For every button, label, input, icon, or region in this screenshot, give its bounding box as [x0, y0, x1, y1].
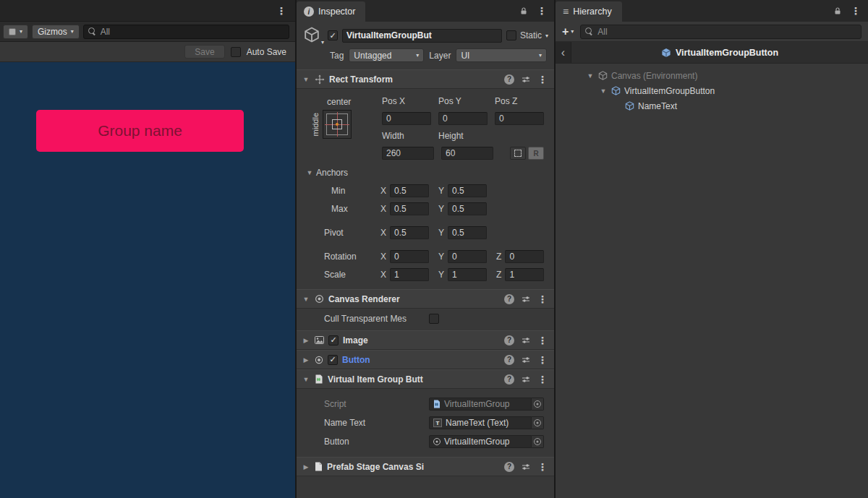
button-ref-value: VirtualItemGroup	[444, 437, 510, 447]
create-object-button[interactable]: + ▾	[562, 26, 574, 38]
scale-z-field[interactable]: 1	[505, 268, 544, 281]
foldout-open-icon[interactable]: ▼	[302, 76, 310, 83]
scale-x-field[interactable]: 1	[390, 268, 429, 281]
blueprint-mode-button[interactable]	[510, 147, 526, 160]
rect-transform-header[interactable]: ▼ Rect Transform ? ⋮	[297, 69, 554, 89]
prefab-stage-header[interactable]: ▶ Prefab Stage Canvas Si ? ⋮	[297, 457, 554, 476]
max-y-field[interactable]: 0.5	[448, 202, 487, 215]
rotation-y-field[interactable]: 0	[448, 250, 487, 263]
lock-icon[interactable]	[833, 7, 842, 15]
script-object-field[interactable]: VirtualItemGroup	[429, 398, 532, 411]
height-field[interactable]: 60	[441, 147, 493, 160]
component-menu-icon[interactable]: ⋮	[537, 374, 548, 385]
gizmos-button[interactable]: Gizmos ▾	[32, 25, 80, 39]
inspector-pane-menu-icon[interactable]: ⋮	[537, 6, 547, 16]
foldout-open-icon[interactable]: ▼	[599, 87, 608, 95]
cull-transparent-mesh-checkbox[interactable]	[429, 314, 439, 324]
pos-x-field[interactable]: 0	[382, 112, 431, 125]
max-x-field[interactable]: 0.5	[390, 202, 429, 215]
help-icon[interactable]: ?	[504, 462, 514, 472]
static-checkbox[interactable]	[506, 30, 516, 40]
min-y-field[interactable]: 0.5	[448, 184, 487, 197]
lock-icon[interactable]	[519, 7, 528, 15]
gameobject-name-field[interactable]: VirtualItemGroupBut	[342, 29, 502, 43]
help-icon[interactable]: ?	[504, 335, 514, 345]
scene-view: Save Auto Save Group name	[0, 42, 295, 498]
pos-y-field[interactable]: 0	[438, 112, 488, 125]
pivot-x-field[interactable]: 0.5	[390, 226, 429, 239]
image-title: Image	[343, 335, 368, 345]
tree-row-canvas-environment[interactable]: ▼ Canvas (Environment)	[556, 68, 868, 83]
hierarchy-tree: ▼ Canvas (Environment) ▼ VirtualItemGrou…	[556, 64, 868, 498]
help-icon[interactable]: ?	[504, 374, 514, 385]
name-text-value: NameText (Text)	[446, 418, 509, 428]
prefab-breadcrumb[interactable]: VirtualItemGroupButton	[571, 48, 868, 58]
presets-icon[interactable]	[522, 356, 530, 364]
layer-dropdown[interactable]: UI ▾	[456, 48, 547, 62]
pos-z-field[interactable]: 0	[495, 112, 544, 125]
draw-mode-button[interactable]: ▾	[3, 25, 28, 39]
min-x-field[interactable]: 0.5	[390, 184, 429, 197]
scene-pane-menu-icon[interactable]: ⋮	[276, 6, 286, 16]
canvas-renderer-header[interactable]: ▼ Canvas Renderer ? ⋮	[297, 289, 554, 309]
tree-row-virtual-item-group-button[interactable]: ▼ VirtualItemGroupButton	[556, 83, 868, 98]
object-picker-button[interactable]	[532, 398, 544, 411]
scale-y-field[interactable]: 1	[448, 268, 487, 281]
scene-search-input[interactable]: All	[83, 25, 289, 39]
foldout-open-icon[interactable]: ▼	[586, 72, 595, 80]
image-enabled-checkbox[interactable]	[328, 335, 339, 345]
presets-icon[interactable]	[522, 75, 530, 84]
tab-hierarchy[interactable]: ≡ Hierarchy	[556, 1, 622, 22]
auto-save-checkbox[interactable]	[231, 47, 241, 57]
object-picker-button[interactable]	[532, 416, 544, 429]
presets-icon[interactable]	[522, 463, 530, 471]
foldout-closed-icon[interactable]: ▶	[302, 463, 310, 471]
rotation-x-field[interactable]: 0	[390, 250, 429, 263]
gameobject-active-checkbox[interactable]	[328, 30, 338, 40]
component-menu-icon[interactable]: ⋮	[537, 294, 548, 304]
gameobject-icon[interactable]: ▾	[304, 27, 323, 44]
help-icon[interactable]: ?	[504, 355, 514, 365]
tree-row-nametext[interactable]: NameText	[556, 98, 868, 113]
group-name-button[interactable]: Group name	[36, 110, 244, 152]
component-menu-icon[interactable]: ⋮	[537, 74, 548, 85]
foldout-open-icon[interactable]: ▼	[302, 296, 310, 303]
save-button[interactable]: Save	[184, 45, 224, 59]
button-object-field[interactable]: VirtualItemGroup	[429, 435, 532, 448]
name-text-object-field[interactable]: T NameText (Text)	[429, 416, 532, 429]
image-component-header[interactable]: ▶ Image ? ⋮	[297, 330, 554, 350]
raw-edit-button[interactable]: R	[528, 147, 544, 160]
help-icon[interactable]: ?	[504, 74, 514, 85]
foldout-open-icon[interactable]: ▼	[302, 376, 310, 383]
presets-icon[interactable]	[522, 336, 530, 345]
foldout-open-icon[interactable]: ▼	[305, 169, 314, 176]
virtual-item-group-button-header[interactable]: ▼ Virtual Item Group Butt ? ⋮	[297, 369, 554, 389]
back-button[interactable]: ‹	[556, 42, 571, 63]
foldout-closed-icon[interactable]: ▶	[302, 356, 310, 364]
pivot-y-field[interactable]: 0.5	[448, 226, 487, 239]
rotation-z-field[interactable]: 0	[505, 250, 544, 263]
hierarchy-pane-menu-icon[interactable]: ⋮	[851, 6, 861, 16]
presets-icon[interactable]	[522, 375, 530, 384]
object-picker-button[interactable]	[532, 435, 544, 448]
component-menu-icon[interactable]: ⋮	[537, 462, 548, 472]
anchors-foldout[interactable]: ▼ Anchors	[297, 164, 554, 181]
button-enabled-checkbox[interactable]	[328, 355, 338, 365]
hierarchy-search-input[interactable]: All	[580, 25, 861, 39]
axis-y-label: Y	[438, 228, 444, 238]
component-menu-icon[interactable]: ⋮	[537, 355, 548, 365]
anchor-preset-widget[interactable]	[323, 110, 352, 139]
component-menu-icon[interactable]: ⋮	[537, 335, 548, 345]
help-icon[interactable]: ?	[504, 294, 514, 304]
image-icon	[315, 336, 324, 344]
hierarchy-search-text: All	[597, 27, 607, 37]
width-field[interactable]: 260	[382, 147, 434, 160]
tag-dropdown[interactable]: Untagged ▾	[349, 48, 424, 62]
presets-icon[interactable]	[522, 295, 530, 304]
button-component-header[interactable]: ▶ Button ? ⋮	[297, 350, 554, 369]
static-dropdown-icon[interactable]: ▾	[545, 33, 548, 39]
foldout-closed-icon[interactable]: ▶	[302, 337, 310, 344]
axis-y-label: Y	[438, 270, 444, 280]
tab-inspector[interactable]: i Inspector	[297, 1, 365, 22]
script-value: VirtualItemGroup	[444, 399, 510, 409]
